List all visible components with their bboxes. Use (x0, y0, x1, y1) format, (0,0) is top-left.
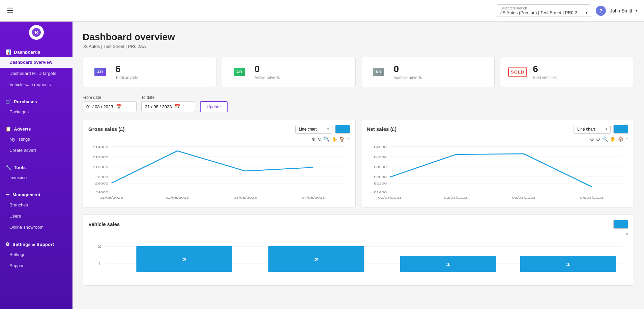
section-purchases: 🛒 Purchases Packages (0, 93, 72, 120)
net-sales-svg: £4900 £4200 £3500 £2800 £2100 £1400 01/0… (367, 143, 628, 200)
net-zoom-in-icon[interactable]: ⊕ (590, 136, 594, 142)
section-settings-support: ⚙ Settings & Support Settings Support (0, 235, 72, 274)
svg-text:03/08/2023: 03/08/2023 (512, 196, 535, 199)
net-sales-type-select[interactable]: Line chart Bar chart (574, 125, 611, 134)
gross-sales-type-select[interactable]: Line chart Bar chart (295, 125, 332, 134)
net-sales-tools: ⊕ ⊖ 🔍 ✋ 🏠 ≡ (367, 136, 628, 142)
section-title-tools: 🔧 Tools (0, 161, 72, 172)
zoom-out-icon[interactable]: ⊖ (318, 136, 322, 142)
stat-card-inactive-adverts: AD 0 Inactive adverts (361, 57, 495, 87)
sidebar-item-settings[interactable]: Settings (0, 249, 72, 260)
svg-text:£2800: £2800 (374, 175, 387, 179)
gross-sales-chart-card: Gross sales (£) Line chart Bar chart ⊕ (83, 119, 356, 207)
sidebar-item-dashboard-overview[interactable]: Dashboard overview (0, 57, 72, 68)
settings-icon: ⚙ (5, 242, 10, 247)
user-chevron: ▾ (636, 9, 637, 12)
vehicle-sales-color-swatch[interactable] (613, 220, 628, 229)
net-zoom-out-icon[interactable]: ⊖ (596, 136, 600, 142)
sidebar-item-online-showroom[interactable]: Online showroom (0, 222, 72, 233)
sidebar-logo: R (0, 22, 72, 43)
stat-card-active-adverts: AD 0 Active adverts (222, 57, 356, 87)
sidebar: R 📊 Dashboards Dashboard overview Dashbo… (0, 22, 72, 309)
svg-text:2: 2 (98, 244, 101, 248)
user-name: John Smith (610, 8, 634, 13)
net-search-icon[interactable]: 🔍 (602, 136, 608, 142)
svg-text:01/08/2023: 01/08/2023 (378, 196, 402, 199)
svg-text:03/08/2023: 03/08/2023 (233, 196, 257, 199)
svg-text:02/08/2023: 02/08/2023 (444, 196, 467, 199)
search-icon[interactable]: 🔍 (324, 136, 329, 142)
logo-icon: R (32, 28, 41, 37)
sidebar-item-vehicle-sale-requests[interactable]: Vehicle sale requests (0, 79, 72, 90)
sidebar-item-invoicing[interactable]: Invoicing (0, 172, 72, 183)
svg-text:£12000: £12000 (92, 155, 108, 159)
svg-text:£8000: £8000 (95, 175, 108, 179)
section-management: ☰ Management Branches Users Online showr… (0, 186, 72, 235)
svg-text:£2100: £2100 (374, 181, 387, 185)
gross-sales-tools: ⊕ ⊖ 🔍 ✋ 🏠 ≡ (88, 136, 350, 142)
from-date-group: From date 01 / 08 / 2023 📅 (83, 95, 137, 112)
pan-icon[interactable]: ✋ (331, 136, 337, 142)
to-date-input[interactable]: 31 / 08 / 2023 📅 (141, 101, 195, 112)
zoom-in-icon[interactable]: ⊕ (312, 136, 316, 142)
svg-text:£4200: £4200 (374, 155, 387, 159)
svg-text:£10000: £10000 (92, 165, 108, 169)
net-pan-icon[interactable]: ✋ (610, 136, 616, 142)
net-sales-title: Net sales (£) (367, 126, 397, 132)
update-button[interactable]: Update (200, 101, 228, 112)
from-date-label: From date (83, 95, 137, 100)
help-button[interactable]: ? (596, 6, 606, 16)
svg-text:01/08/2023: 01/08/2023 (99, 196, 123, 199)
vehicle-sales-menu-icon[interactable]: ≡ (625, 231, 628, 237)
svg-text:£4900: £4900 (374, 145, 387, 149)
section-dashboards: 📊 Dashboards Dashboard overview Dashboar… (0, 43, 72, 93)
net-sales-type-wrapper[interactable]: Line chart Bar chart (574, 125, 611, 134)
user-menu[interactable]: John Smith ▾ (610, 8, 637, 13)
section-title-management: ☰ Management (0, 189, 72, 199)
stat-cards: AD 6 Total adverts AD 0 Active adverts (83, 57, 634, 87)
sold-vehicles-info: 6 Sold vehicles (533, 64, 557, 80)
net-menu-icon[interactable]: ≡ (625, 136, 628, 142)
vehicle-sales-svg: 2 1 2 2 1 1 (88, 238, 628, 279)
top-header: ☰ Selected branch JS Autos (Preston) | T… (0, 0, 644, 22)
page-title: Dashboard overview (83, 32, 634, 43)
from-date-input[interactable]: 01 / 08 / 2023 📅 (83, 101, 137, 112)
to-calendar-icon: 📅 (175, 104, 180, 109)
tools-icon: 🔧 (5, 165, 11, 170)
section-tools: 🔧 Tools Invoicing (0, 159, 72, 186)
net-sales-color-swatch[interactable] (613, 125, 628, 134)
gross-sales-svg: £14000 £12000 £10000 £8000 £6000 £4000 (88, 143, 350, 200)
page-subtitle: JS Autos | Test Street | PR0 2AA (83, 44, 634, 49)
home-icon[interactable]: 🏠 (339, 136, 345, 142)
active-adverts-icon: AD (230, 64, 248, 79)
gross-sales-type-wrapper[interactable]: Line chart Bar chart (295, 125, 332, 134)
svg-text:04/08/2023: 04/08/2023 (301, 196, 325, 199)
branch-selector[interactable]: Selected branch JS Autos (Preston) | Tes… (497, 4, 591, 17)
sidebar-item-my-listings[interactable]: My listings (0, 134, 72, 145)
gross-sales-header: Gross sales (£) Line chart Bar chart (88, 125, 350, 134)
branch-chevron: ▾ (586, 11, 587, 15)
sidebar-item-dashboard-mtd[interactable]: Dashboard MTD targets (0, 68, 72, 79)
sidebar-item-support[interactable]: Support (0, 260, 72, 271)
svg-text:£14000: £14000 (92, 145, 108, 149)
gross-sales-controls: Line chart Bar chart (295, 125, 350, 134)
inactive-adverts-icon: AD (370, 64, 388, 79)
stat-card-total-adverts: AD 6 Total adverts (83, 57, 216, 87)
sidebar-item-create-advert[interactable]: Create advert (0, 145, 72, 156)
hamburger-menu[interactable]: ☰ (7, 6, 13, 15)
menu-icon[interactable]: ≡ (347, 136, 350, 142)
sidebar-item-branches[interactable]: Branches (0, 199, 72, 210)
section-title-adverts: 📋 Adverts (0, 123, 72, 134)
stat-card-sold-vehicles: SOLD 6 Sold vehicles (500, 57, 634, 87)
sidebar-item-packages[interactable]: Packages (0, 106, 72, 117)
total-adverts-icon: AD (91, 64, 109, 79)
svg-text:£1400: £1400 (374, 190, 387, 194)
sidebar-item-users[interactable]: Users (0, 210, 72, 222)
gross-sales-title: Gross sales (£) (88, 126, 125, 132)
gross-sales-color-swatch[interactable] (335, 125, 350, 134)
management-icon: ☰ (5, 192, 10, 197)
vehicle-sales-title: Vehicle sales (88, 221, 120, 227)
svg-text:1: 1 (98, 262, 101, 266)
from-calendar-icon: 📅 (116, 104, 122, 109)
net-home-icon[interactable]: 🏠 (618, 136, 623, 142)
